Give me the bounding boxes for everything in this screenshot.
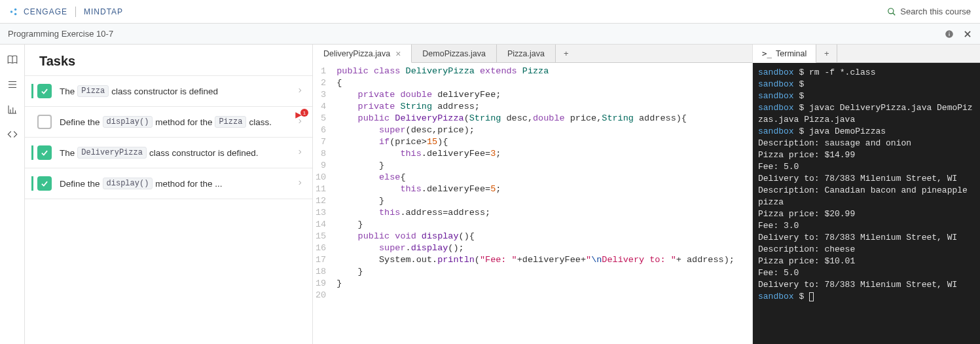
task-accent bbox=[31, 145, 33, 160]
inline-code: display() bbox=[103, 116, 153, 128]
code-content[interactable]: public class DeliveryPizza extends Pizza… bbox=[331, 63, 752, 344]
left-rail bbox=[0, 45, 25, 344]
svg-line-4 bbox=[893, 12, 896, 15]
cengage-logo-icon bbox=[9, 7, 18, 16]
task-text: Define the display() method for the Pizz… bbox=[60, 116, 297, 128]
svg-point-1 bbox=[14, 8, 17, 10]
editor-panel: DeliveryPizza.java×DemoPizzas.java×Pizza… bbox=[313, 45, 753, 344]
code-editor[interactable]: 1234567891011121314151617181920 public c… bbox=[313, 63, 752, 344]
task-row[interactable]: The Pizza class constructor is defined bbox=[25, 75, 312, 106]
inline-code: display() bbox=[103, 178, 153, 189]
brand-separator bbox=[75, 7, 76, 17]
brand-mindtap: MINDTAP bbox=[84, 7, 123, 16]
terminal-tabs: >_ Terminal + bbox=[753, 45, 980, 63]
editor-tabs: DeliveryPizza.java×DemoPizzas.java×Pizza… bbox=[313, 45, 752, 63]
editor-tab-label: Pizza.java bbox=[507, 49, 545, 58]
tasks-heading: Tasks bbox=[25, 45, 312, 75]
task-text: The Pizza class constructor is defined bbox=[60, 85, 297, 97]
info-icon[interactable] bbox=[945, 29, 954, 39]
search-placeholder: Search this course bbox=[900, 7, 971, 16]
code-icon[interactable] bbox=[7, 128, 18, 140]
inline-code: DeliveryPizza bbox=[77, 147, 147, 159]
search-course[interactable]: Search this course bbox=[887, 7, 971, 16]
search-icon bbox=[887, 7, 896, 16]
task-checkbox[interactable] bbox=[37, 145, 52, 160]
editor-tab[interactable]: DeliveryPizza.java× bbox=[313, 45, 412, 63]
terminal-panel: >_ Terminal + sandbox $ rm -f *.classsan… bbox=[753, 45, 980, 344]
task-row[interactable]: Define the display() method for the Pizz… bbox=[25, 106, 312, 137]
task-checkbox[interactable] bbox=[37, 115, 52, 129]
terminal-tab[interactable]: >_ Terminal bbox=[753, 45, 816, 63]
task-row[interactable]: The DeliveryPizza class constructor is d… bbox=[25, 137, 312, 168]
svg-point-0 bbox=[10, 10, 13, 13]
task-checkbox[interactable] bbox=[37, 176, 52, 191]
task-checkbox[interactable] bbox=[37, 84, 52, 98]
editor-tab[interactable]: Pizza.java× bbox=[497, 45, 556, 62]
sub-bar: Programming Exercise 10-7 bbox=[0, 24, 980, 45]
editor-tab[interactable]: DemoPizzas.java× bbox=[412, 45, 497, 62]
line-gutter: 1234567891011121314151617181920 bbox=[313, 63, 331, 344]
top-bar: CENGAGE MINDTAP Search this course bbox=[0, 0, 980, 24]
task-accent bbox=[31, 115, 33, 129]
svg-rect-7 bbox=[949, 31, 949, 32]
terminal-tab-label: Terminal bbox=[776, 49, 807, 58]
chevron-right-icon bbox=[297, 147, 303, 159]
task-text: The DeliveryPizza class constructor is d… bbox=[60, 147, 297, 159]
chart-icon[interactable] bbox=[7, 104, 18, 115]
chevron-right-icon bbox=[297, 178, 303, 189]
add-terminal-tab[interactable]: + bbox=[816, 45, 837, 62]
task-accent bbox=[31, 176, 33, 191]
svg-rect-6 bbox=[949, 33, 949, 35]
brand: CENGAGE MINDTAP bbox=[9, 7, 123, 17]
inline-code: Pizza bbox=[215, 116, 246, 128]
editor-tab-label: DemoPizzas.java bbox=[422, 49, 486, 58]
close-tab-icon[interactable]: × bbox=[395, 48, 401, 59]
breadcrumb: Programming Exercise 10-7 bbox=[8, 29, 113, 39]
terminal-prompt-icon: >_ bbox=[762, 48, 772, 58]
add-editor-tab[interactable]: + bbox=[556, 45, 577, 62]
editor-tab-label: DeliveryPizza.java bbox=[323, 49, 390, 58]
tasks-list: The Pizza class constructor is definedDe… bbox=[25, 75, 312, 199]
close-icon[interactable] bbox=[963, 29, 972, 39]
brand-cengage: CENGAGE bbox=[24, 7, 67, 16]
task-text: Define the display() method for the ... bbox=[60, 178, 297, 189]
book-icon[interactable] bbox=[7, 54, 18, 66]
tasks-panel: Tasks The Pizza class constructor is def… bbox=[25, 45, 313, 344]
main: Tasks The Pizza class constructor is def… bbox=[0, 45, 980, 344]
inline-code: Pizza bbox=[77, 85, 109, 97]
svg-point-2 bbox=[14, 12, 17, 15]
task-accent bbox=[31, 84, 33, 98]
svg-point-3 bbox=[888, 8, 894, 13]
task-alert-badge: 1 bbox=[294, 111, 308, 120]
chevron-right-icon bbox=[297, 86, 303, 97]
list-icon[interactable] bbox=[7, 79, 18, 90]
task-row[interactable]: Define the display() method for the ... bbox=[25, 168, 312, 199]
terminal-output[interactable]: sandbox $ rm -f *.classsandbox $ sandbox… bbox=[753, 63, 980, 344]
